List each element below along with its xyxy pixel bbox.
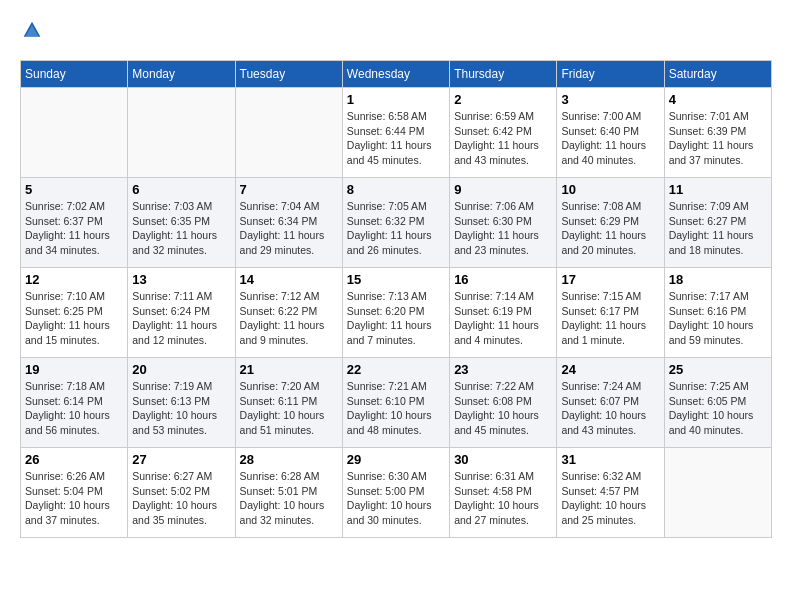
day-number: 20 xyxy=(132,362,230,377)
day-info: Sunrise: 7:00 AM Sunset: 6:40 PM Dayligh… xyxy=(561,109,659,168)
logo xyxy=(20,20,44,44)
day-info: Sunrise: 6:26 AM Sunset: 5:04 PM Dayligh… xyxy=(25,469,123,528)
calendar-day-cell: 15Sunrise: 7:13 AM Sunset: 6:20 PM Dayli… xyxy=(342,268,449,358)
calendar-header-saturday: Saturday xyxy=(664,61,771,88)
day-number: 16 xyxy=(454,272,552,287)
day-info: Sunrise: 7:12 AM Sunset: 6:22 PM Dayligh… xyxy=(240,289,338,348)
day-info: Sunrise: 7:22 AM Sunset: 6:08 PM Dayligh… xyxy=(454,379,552,438)
day-info: Sunrise: 6:28 AM Sunset: 5:01 PM Dayligh… xyxy=(240,469,338,528)
day-info: Sunrise: 6:59 AM Sunset: 6:42 PM Dayligh… xyxy=(454,109,552,168)
day-info: Sunrise: 7:08 AM Sunset: 6:29 PM Dayligh… xyxy=(561,199,659,258)
calendar-day-cell: 26Sunrise: 6:26 AM Sunset: 5:04 PM Dayli… xyxy=(21,448,128,538)
day-info: Sunrise: 7:06 AM Sunset: 6:30 PM Dayligh… xyxy=(454,199,552,258)
day-info: Sunrise: 7:19 AM Sunset: 6:13 PM Dayligh… xyxy=(132,379,230,438)
calendar-day-cell xyxy=(664,448,771,538)
calendar-day-cell: 27Sunrise: 6:27 AM Sunset: 5:02 PM Dayli… xyxy=(128,448,235,538)
day-info: Sunrise: 7:14 AM Sunset: 6:19 PM Dayligh… xyxy=(454,289,552,348)
calendar-day-cell: 18Sunrise: 7:17 AM Sunset: 6:16 PM Dayli… xyxy=(664,268,771,358)
calendar-day-cell: 30Sunrise: 6:31 AM Sunset: 4:58 PM Dayli… xyxy=(450,448,557,538)
calendar-day-cell: 17Sunrise: 7:15 AM Sunset: 6:17 PM Dayli… xyxy=(557,268,664,358)
calendar-day-cell: 25Sunrise: 7:25 AM Sunset: 6:05 PM Dayli… xyxy=(664,358,771,448)
day-number: 12 xyxy=(25,272,123,287)
calendar-day-cell: 11Sunrise: 7:09 AM Sunset: 6:27 PM Dayli… xyxy=(664,178,771,268)
day-number: 24 xyxy=(561,362,659,377)
calendar-header-monday: Monday xyxy=(128,61,235,88)
day-number: 8 xyxy=(347,182,445,197)
day-number: 10 xyxy=(561,182,659,197)
day-info: Sunrise: 6:30 AM Sunset: 5:00 PM Dayligh… xyxy=(347,469,445,528)
calendar-header-friday: Friday xyxy=(557,61,664,88)
day-info: Sunrise: 7:25 AM Sunset: 6:05 PM Dayligh… xyxy=(669,379,767,438)
calendar-day-cell: 20Sunrise: 7:19 AM Sunset: 6:13 PM Dayli… xyxy=(128,358,235,448)
day-info: Sunrise: 7:11 AM Sunset: 6:24 PM Dayligh… xyxy=(132,289,230,348)
calendar-day-cell: 10Sunrise: 7:08 AM Sunset: 6:29 PM Dayli… xyxy=(557,178,664,268)
day-info: Sunrise: 7:04 AM Sunset: 6:34 PM Dayligh… xyxy=(240,199,338,258)
calendar-week-row: 19Sunrise: 7:18 AM Sunset: 6:14 PM Dayli… xyxy=(21,358,772,448)
day-info: Sunrise: 6:31 AM Sunset: 4:58 PM Dayligh… xyxy=(454,469,552,528)
calendar-header-tuesday: Tuesday xyxy=(235,61,342,88)
calendar-day-cell: 9Sunrise: 7:06 AM Sunset: 6:30 PM Daylig… xyxy=(450,178,557,268)
calendar-week-row: 12Sunrise: 7:10 AM Sunset: 6:25 PM Dayli… xyxy=(21,268,772,358)
calendar-week-row: 1Sunrise: 6:58 AM Sunset: 6:44 PM Daylig… xyxy=(21,88,772,178)
calendar-day-cell: 4Sunrise: 7:01 AM Sunset: 6:39 PM Daylig… xyxy=(664,88,771,178)
day-number: 22 xyxy=(347,362,445,377)
day-number: 11 xyxy=(669,182,767,197)
day-number: 13 xyxy=(132,272,230,287)
day-number: 4 xyxy=(669,92,767,107)
calendar-header-sunday: Sunday xyxy=(21,61,128,88)
day-number: 15 xyxy=(347,272,445,287)
day-info: Sunrise: 7:18 AM Sunset: 6:14 PM Dayligh… xyxy=(25,379,123,438)
calendar-day-cell: 5Sunrise: 7:02 AM Sunset: 6:37 PM Daylig… xyxy=(21,178,128,268)
day-info: Sunrise: 6:58 AM Sunset: 6:44 PM Dayligh… xyxy=(347,109,445,168)
calendar-week-row: 5Sunrise: 7:02 AM Sunset: 6:37 PM Daylig… xyxy=(21,178,772,268)
day-number: 17 xyxy=(561,272,659,287)
calendar-day-cell: 12Sunrise: 7:10 AM Sunset: 6:25 PM Dayli… xyxy=(21,268,128,358)
calendar-day-cell: 13Sunrise: 7:11 AM Sunset: 6:24 PM Dayli… xyxy=(128,268,235,358)
calendar-day-cell: 7Sunrise: 7:04 AM Sunset: 6:34 PM Daylig… xyxy=(235,178,342,268)
calendar-day-cell: 31Sunrise: 6:32 AM Sunset: 4:57 PM Dayli… xyxy=(557,448,664,538)
day-number: 26 xyxy=(25,452,123,467)
calendar-header-row: SundayMondayTuesdayWednesdayThursdayFrid… xyxy=(21,61,772,88)
day-number: 2 xyxy=(454,92,552,107)
day-info: Sunrise: 7:01 AM Sunset: 6:39 PM Dayligh… xyxy=(669,109,767,168)
day-info: Sunrise: 7:24 AM Sunset: 6:07 PM Dayligh… xyxy=(561,379,659,438)
calendar-day-cell: 3Sunrise: 7:00 AM Sunset: 6:40 PM Daylig… xyxy=(557,88,664,178)
calendar-day-cell: 24Sunrise: 7:24 AM Sunset: 6:07 PM Dayli… xyxy=(557,358,664,448)
day-info: Sunrise: 7:05 AM Sunset: 6:32 PM Dayligh… xyxy=(347,199,445,258)
day-info: Sunrise: 7:09 AM Sunset: 6:27 PM Dayligh… xyxy=(669,199,767,258)
day-info: Sunrise: 7:15 AM Sunset: 6:17 PM Dayligh… xyxy=(561,289,659,348)
page-header xyxy=(20,20,772,44)
day-number: 27 xyxy=(132,452,230,467)
day-number: 31 xyxy=(561,452,659,467)
day-number: 19 xyxy=(25,362,123,377)
day-info: Sunrise: 7:20 AM Sunset: 6:11 PM Dayligh… xyxy=(240,379,338,438)
day-info: Sunrise: 7:10 AM Sunset: 6:25 PM Dayligh… xyxy=(25,289,123,348)
calendar-day-cell xyxy=(128,88,235,178)
calendar-day-cell xyxy=(21,88,128,178)
day-number: 5 xyxy=(25,182,123,197)
day-number: 30 xyxy=(454,452,552,467)
day-info: Sunrise: 7:13 AM Sunset: 6:20 PM Dayligh… xyxy=(347,289,445,348)
calendar-day-cell: 22Sunrise: 7:21 AM Sunset: 6:10 PM Dayli… xyxy=(342,358,449,448)
calendar-header-thursday: Thursday xyxy=(450,61,557,88)
day-number: 7 xyxy=(240,182,338,197)
calendar-day-cell xyxy=(235,88,342,178)
day-number: 18 xyxy=(669,272,767,287)
calendar-week-row: 26Sunrise: 6:26 AM Sunset: 5:04 PM Dayli… xyxy=(21,448,772,538)
day-info: Sunrise: 7:21 AM Sunset: 6:10 PM Dayligh… xyxy=(347,379,445,438)
day-number: 23 xyxy=(454,362,552,377)
day-number: 21 xyxy=(240,362,338,377)
day-number: 25 xyxy=(669,362,767,377)
day-number: 28 xyxy=(240,452,338,467)
calendar-day-cell: 1Sunrise: 6:58 AM Sunset: 6:44 PM Daylig… xyxy=(342,88,449,178)
day-info: Sunrise: 6:27 AM Sunset: 5:02 PM Dayligh… xyxy=(132,469,230,528)
calendar-day-cell: 6Sunrise: 7:03 AM Sunset: 6:35 PM Daylig… xyxy=(128,178,235,268)
day-number: 1 xyxy=(347,92,445,107)
day-info: Sunrise: 7:03 AM Sunset: 6:35 PM Dayligh… xyxy=(132,199,230,258)
calendar-day-cell: 19Sunrise: 7:18 AM Sunset: 6:14 PM Dayli… xyxy=(21,358,128,448)
calendar-day-cell: 2Sunrise: 6:59 AM Sunset: 6:42 PM Daylig… xyxy=(450,88,557,178)
calendar-day-cell: 21Sunrise: 7:20 AM Sunset: 6:11 PM Dayli… xyxy=(235,358,342,448)
day-info: Sunrise: 7:17 AM Sunset: 6:16 PM Dayligh… xyxy=(669,289,767,348)
day-number: 6 xyxy=(132,182,230,197)
calendar-table: SundayMondayTuesdayWednesdayThursdayFrid… xyxy=(20,60,772,538)
